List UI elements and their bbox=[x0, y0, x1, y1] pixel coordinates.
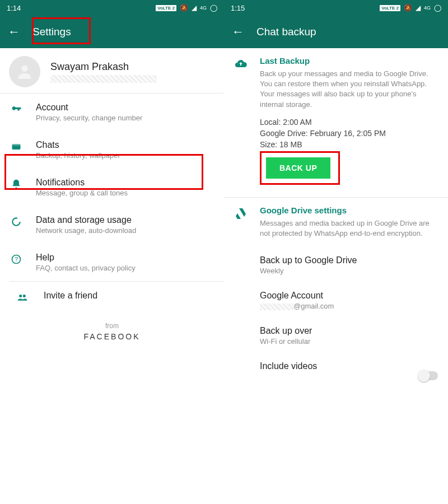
profile-status-blurred bbox=[50, 75, 157, 83]
help-icon: ? bbox=[9, 253, 24, 265]
gdrive-time: Google Drive: February 16, 2:05 PM bbox=[260, 129, 439, 138]
local-time: Local: 2:00 AM bbox=[260, 118, 439, 127]
row-title: Include videos bbox=[260, 361, 448, 371]
row-title: Back up over bbox=[260, 326, 448, 336]
app-bar: ← Settings bbox=[0, 16, 224, 48]
row-help[interactable]: ? HelpFAQ, contact us, privacy policy bbox=[0, 244, 224, 281]
status-bar: 1:14 VoLTE 2 🔕 ◢ 4G ◯ bbox=[0, 0, 224, 16]
row-notifications[interactable]: NotificationsMessage, group & call tones bbox=[0, 169, 224, 206]
row-chats[interactable]: ChatsBackup, history, wallpaper bbox=[0, 131, 224, 169]
chat-icon bbox=[9, 140, 24, 152]
key-icon bbox=[9, 102, 24, 115]
row-sub: Weekly bbox=[260, 267, 448, 275]
loading-icon: ◯ bbox=[210, 4, 217, 12]
back-icon[interactable]: ← bbox=[232, 25, 244, 39]
gdrive-settings-section: Google Drive settings Messages and media… bbox=[224, 198, 448, 248]
facebook-label: FACEBOOK bbox=[0, 332, 224, 341]
volte-icon: VoLTE 2 bbox=[380, 5, 400, 11]
app-bar: ← Chat backup bbox=[224, 16, 448, 48]
gdrive-heading: Google Drive settings bbox=[260, 206, 439, 215]
row-sub: @gmail.com bbox=[260, 302, 448, 310]
row-google-account[interactable]: Google Account @gmail.com bbox=[224, 283, 448, 318]
row-sub: Network usage, auto-download bbox=[36, 226, 136, 235]
last-backup-section: Last Backup Back up your messages and me… bbox=[224, 48, 448, 194]
chat-backup-screen: 1:15 VoLTE 2 🔕 ◢ 4G ◯ ← Chat backup Last… bbox=[224, 0, 448, 504]
row-sub: Wi-Fi or cellular bbox=[260, 337, 448, 346]
row-include-videos[interactable]: Include videos bbox=[224, 353, 448, 379]
row-title: Data and storage usage bbox=[36, 215, 136, 225]
row-title: Chats bbox=[36, 140, 120, 150]
data-icon bbox=[9, 215, 24, 227]
backup-meta: Local: 2:00 AM Google Drive: February 16… bbox=[260, 118, 439, 149]
row-data-storage[interactable]: Data and storage usageNetwork usage, aut… bbox=[0, 206, 224, 244]
row-title: Account bbox=[36, 102, 142, 113]
avatar bbox=[9, 56, 40, 87]
bell-icon bbox=[9, 178, 24, 190]
mute-icon: 🔕 bbox=[404, 4, 412, 12]
backup-content: Last Backup Back up your messages and me… bbox=[224, 48, 448, 504]
signal-icon: ◢ bbox=[192, 4, 197, 12]
row-sub: Message, group & call tones bbox=[36, 189, 128, 197]
settings-screen: 1:14 VoLTE 2 🔕 ◢ 4G ◯ ← Settings Swayam … bbox=[0, 0, 224, 504]
backup-button[interactable]: BACK UP bbox=[266, 157, 330, 179]
clock: 1:14 bbox=[7, 4, 21, 12]
svg-point-3 bbox=[12, 218, 20, 225]
gdrive-desc: Messages and media backed up in Google D… bbox=[260, 218, 439, 239]
row-backup-frequency[interactable]: Back up to Google Drive Weekly bbox=[224, 248, 448, 283]
network-icon: 4G bbox=[200, 5, 207, 11]
row-invite[interactable]: Invite a friend bbox=[9, 281, 224, 312]
backup-size: Size: 18 MB bbox=[260, 140, 439, 149]
email-blurred bbox=[260, 304, 293, 310]
last-backup-desc: Back up your messages and media to Googl… bbox=[260, 69, 439, 110]
svg-point-6 bbox=[19, 295, 22, 297]
row-sub: FAQ, contact us, privacy policy bbox=[36, 264, 136, 272]
google-drive-icon bbox=[233, 206, 249, 239]
row-title: Invite a friend bbox=[44, 291, 97, 301]
row-title: Back up to Google Drive bbox=[260, 255, 448, 265]
clock: 1:15 bbox=[231, 4, 245, 12]
from-label: from bbox=[0, 322, 224, 330]
row-title: Google Account bbox=[260, 291, 448, 301]
row-title: Notifications bbox=[36, 178, 128, 188]
status-bar: 1:15 VoLTE 2 🔕 ◢ 4G ◯ bbox=[224, 0, 448, 16]
loading-icon: ◯ bbox=[434, 4, 441, 12]
cloud-upload-icon bbox=[233, 56, 249, 185]
back-icon[interactable]: ← bbox=[8, 25, 20, 39]
people-icon bbox=[9, 291, 36, 303]
page-title: Chat backup bbox=[256, 26, 316, 38]
status-icons: VoLTE 2 🔕 ◢ 4G ◯ bbox=[156, 4, 217, 12]
svg-point-7 bbox=[23, 295, 26, 297]
row-account[interactable]: AccountPrivacy, security, change number bbox=[0, 94, 224, 131]
svg-point-0 bbox=[21, 66, 27, 72]
page-title: Settings bbox=[32, 26, 71, 38]
row-sub: Privacy, security, change number bbox=[36, 114, 142, 122]
volte-icon: VoLTE 2 bbox=[156, 5, 176, 11]
signal-icon: ◢ bbox=[416, 4, 421, 12]
profile-name: Swayam Prakash bbox=[50, 61, 157, 73]
status-icons: VoLTE 2 🔕 ◢ 4G ◯ bbox=[380, 4, 441, 12]
row-backup-over[interactable]: Back up over Wi-Fi or cellular bbox=[224, 318, 448, 353]
profile-row[interactable]: Swayam Prakash bbox=[0, 48, 224, 93]
last-backup-heading: Last Backup bbox=[260, 56, 439, 66]
network-icon: 4G bbox=[424, 5, 431, 11]
svg-text:?: ? bbox=[15, 256, 18, 263]
svg-rect-2 bbox=[12, 144, 21, 146]
include-videos-toggle[interactable] bbox=[419, 371, 438, 380]
mute-icon: 🔕 bbox=[180, 4, 188, 12]
row-title: Help bbox=[36, 253, 136, 263]
highlight-backup-button: BACK UP bbox=[260, 151, 340, 185]
settings-list: Swayam Prakash AccountPrivacy, security,… bbox=[0, 48, 224, 504]
row-sub: Backup, history, wallpaper bbox=[36, 151, 120, 160]
